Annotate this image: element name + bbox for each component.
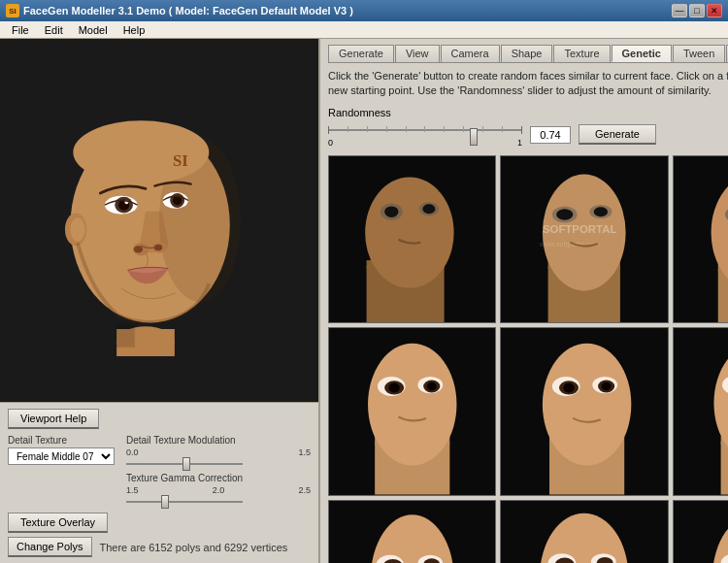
bottom-controls: Viewport Help Detail Texture Female Midd…: [0, 402, 318, 563]
menu-edit[interactable]: Edit: [37, 23, 71, 37]
svg-point-56: [427, 382, 437, 391]
face-thumb-6[interactable]: [673, 327, 728, 496]
randomness-row: 0 1 0.74 Generate: [328, 122, 728, 148]
menu-bar: File Edit Model Help: [0, 21, 728, 39]
texture-overlay-button[interactable]: Texture Overlay: [8, 513, 108, 533]
face-thumb-svg-9: SI: [674, 501, 728, 563]
randomness-thumb[interactable]: [470, 128, 478, 146]
tab-shape[interactable]: Shape: [501, 45, 553, 62]
face-thumb-2[interactable]: SOFTPORTAL www.softportal.com: [500, 155, 669, 324]
face-thumb-svg-6: [674, 328, 728, 495]
slider-thumb[interactable]: [182, 457, 190, 471]
randomness-section: Randomness: [328, 107, 728, 148]
svg-point-4: [71, 217, 85, 241]
texture-modulation-slider[interactable]: [126, 457, 243, 471]
tex-gamma-max: 2.5: [298, 485, 311, 495]
svg-text:SI: SI: [173, 151, 188, 170]
face-thumb-svg-4: [329, 328, 495, 494]
svg-point-55: [388, 383, 399, 393]
title-bar-controls: — □ ✕: [672, 4, 722, 17]
generate-button[interactable]: Generate: [579, 124, 656, 145]
detail-texture-label: Detail Texture: [8, 435, 115, 446]
texture-modulation-label: Detail Texture Modulation: [126, 435, 311, 446]
controls-row: Detail Texture Female Middle 07 Detail T…: [8, 435, 311, 509]
face-thumb-5[interactable]: [500, 327, 669, 496]
face-thumb-svg-7: [329, 501, 495, 563]
texture-gamma-slider[interactable]: [126, 495, 243, 509]
face-thumb-9[interactable]: SI: [673, 500, 728, 563]
menu-model[interactable]: Model: [71, 23, 116, 37]
texture-modulation-group: Detail Texture Modulation 0.0 1.5: [126, 435, 311, 509]
tab-tween[interactable]: Tween: [673, 45, 725, 62]
detail-texture-select[interactable]: Female Middle 07: [8, 447, 115, 465]
face-thumb-svg-3: SI: [674, 156, 728, 323]
svg-point-60: [543, 344, 631, 466]
change-polys-button[interactable]: Change Polys: [8, 537, 92, 557]
svg-point-27: [422, 204, 435, 214]
rand-max-label: 1: [517, 138, 522, 148]
randomness-value-display: 0.74: [530, 126, 571, 144]
face-thumb-7[interactable]: [328, 500, 496, 563]
minimize-button[interactable]: —: [672, 4, 687, 17]
svg-point-17: [134, 246, 143, 252]
maximize-button[interactable]: □: [689, 4, 705, 17]
texture-gamma-slider-container: 1.5 2.0 2.5: [126, 485, 311, 509]
close-button[interactable]: ✕: [707, 4, 722, 17]
face-3d-render: SI: [33, 84, 285, 356]
app-icon: SI: [6, 4, 19, 17]
gamma-slider-line: [126, 501, 243, 503]
gamma-slider-thumb[interactable]: [161, 495, 169, 509]
svg-text:www.softportal.com: www.softportal.com: [540, 241, 601, 248]
title-bar: SI FaceGen Modeller 3.1 Demo ( Model: Fa…: [0, 0, 728, 21]
tab-camera[interactable]: Camera: [441, 45, 500, 62]
tabs-row: Generate View Camera Shape Texture Genet…: [328, 45, 728, 63]
svg-point-66: [602, 382, 612, 391]
slider-line: [126, 463, 243, 465]
viewport-help-button[interactable]: Viewport Help: [8, 409, 99, 429]
genetic-description: Click the 'Generate' button to create ra…: [328, 69, 728, 99]
title-bar-left: SI FaceGen Modeller 3.1 Demo ( Model: Fa…: [6, 4, 353, 17]
bottom-row: Change Polys There are 6152 polys and 62…: [8, 537, 311, 557]
face-thumb-4[interactable]: [328, 327, 496, 495]
tab-view[interactable]: View: [395, 45, 440, 62]
tex-gamma-min: 1.5: [126, 485, 139, 495]
face-thumb-svg-1: [329, 156, 495, 322]
left-panel: SI: [0, 39, 320, 563]
svg-point-36: [557, 209, 574, 219]
viewport-3d[interactable]: SI: [0, 39, 318, 402]
texture-gamma-labels: 1.5 2.0 2.5: [126, 485, 311, 495]
rand-labels: 0 1: [328, 138, 522, 148]
face-thumbnail-grid: SOFTPORTAL www.softportal.com SI: [328, 155, 728, 563]
face-thumb-3[interactable]: SI: [673, 155, 728, 324]
right-panel: Generate View Camera Shape Texture Genet…: [320, 39, 728, 563]
face-thumb-svg-2: SOFTPORTAL www.softportal.com: [501, 156, 668, 323]
randomness-slider-container: 0 1: [328, 122, 522, 148]
polys-info-text: There are 6152 polys and 6292 vertices: [100, 542, 288, 553]
rand-min-label: 0: [328, 138, 333, 148]
svg-point-23: [365, 177, 453, 287]
face-thumb-1[interactable]: [328, 155, 496, 323]
svg-text:SOFTPORTAL: SOFTPORTAL: [543, 222, 617, 234]
menu-file[interactable]: File: [4, 23, 37, 37]
face-thumb-svg-5: [501, 328, 668, 495]
svg-point-65: [564, 383, 575, 393]
texture-modulation-slider-container: 0.0 1.5: [126, 447, 311, 471]
randomness-label: Randomness: [328, 107, 728, 118]
tab-texture[interactable]: Texture: [553, 45, 610, 62]
window-title: FaceGen Modeller 3.1 Demo ( Model: FaceG…: [23, 5, 353, 17]
tab-genetic[interactable]: Genetic: [612, 45, 672, 62]
face-thumb-8[interactable]: [500, 500, 669, 563]
face-thumb-svg-8: [501, 501, 668, 563]
rand-slider-line: [328, 129, 522, 131]
detail-texture-group: Detail Texture Female Middle 07: [8, 435, 115, 509]
texture-modulation-labels: 0.0 1.5: [126, 447, 311, 457]
svg-rect-19: [116, 324, 135, 347]
tab-generate[interactable]: Generate: [328, 45, 394, 62]
tex-mod-max-label: 1.5: [298, 447, 311, 457]
tex-mod-min-label: 0.0: [126, 447, 139, 457]
randomness-slider[interactable]: [328, 122, 522, 138]
face-container: SI: [0, 39, 318, 402]
texture-gamma-label: Texture Gamma Correction: [126, 473, 311, 483]
tex-gamma-mid: 2.0: [213, 485, 225, 495]
menu-help[interactable]: Help: [116, 23, 153, 37]
